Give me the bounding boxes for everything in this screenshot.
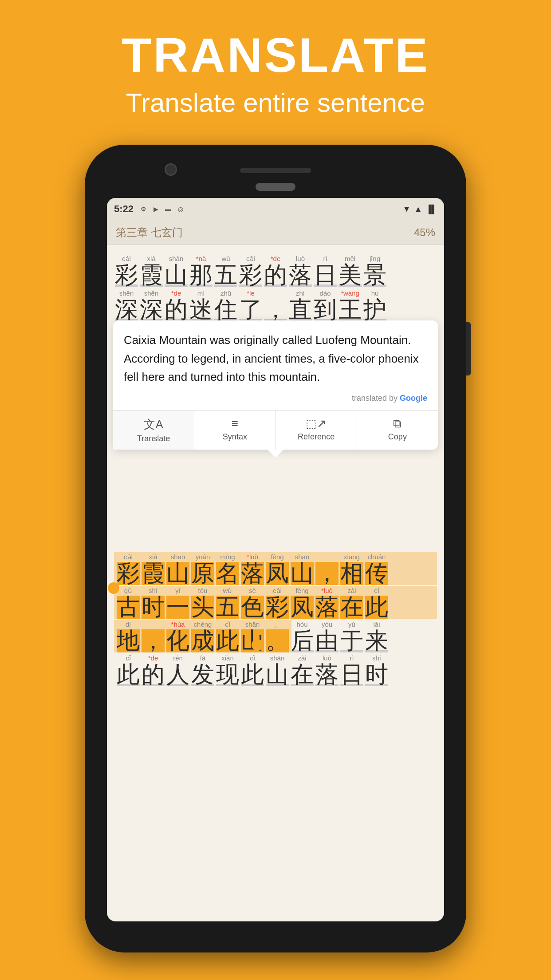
tab-copy-label: Copy <box>388 432 407 442</box>
google-brand: Google <box>400 394 427 403</box>
highlighted-row-3: dì地 ， *hùa化 chéng成 cǐ此 shān山 。。 hòu后 yóu… <box>114 620 437 652</box>
char-unit: luò落 <box>315 653 338 686</box>
phone-speaker <box>240 168 311 173</box>
phone-mockup: 5:22 ⚙ ▶ ▬ ◎ ▼ ▲ ▐▌ 第三章 七玄门 45% cǎi彩 xiá… <box>85 145 466 952</box>
char-unit: *de的 <box>264 254 287 287</box>
char-unit: cǎi彩 <box>239 254 262 287</box>
char-unit: shí时 <box>142 586 165 619</box>
translation-popup: Caixia Mountain was originally called Lu… <box>113 320 438 450</box>
char-unit: tóu头 <box>191 586 214 619</box>
char-unit: luò落 <box>289 254 312 287</box>
char-unit: xiàn现 <box>216 653 239 686</box>
reference-icon: ⬚↗ <box>306 417 327 431</box>
phone-power-button <box>466 322 471 375</box>
reader-content: cǎi彩 xiá霞 shān山 *nà那 wū五 cǎi彩 *de的 luò落 … <box>107 245 444 921</box>
char-unit: shān山 <box>291 552 314 585</box>
status-right-icons: ▼ ▲ ▐▌ <box>403 205 437 214</box>
char-unit: xiá霞 <box>140 254 163 287</box>
char-unit: *luò落 <box>241 552 264 585</box>
char-unit: zhí直 <box>289 288 312 321</box>
tab-syntax-label: Syntax <box>223 432 247 442</box>
chapter-header: 第三章 七玄门 45% <box>107 220 444 245</box>
char-unit: zài在 <box>291 653 314 686</box>
char-unit: shān山 <box>266 653 289 686</box>
subtitle: Translate entire sentence <box>126 87 425 118</box>
signal-icon: ▲ <box>414 205 422 214</box>
translation-text: Caixia Mountain was originally called Lu… <box>113 320 438 394</box>
char-unit: zài在 <box>340 586 363 619</box>
text-row-2: shēn深 shēn深 *de的 mí迷 zhū住 *le了 ， zhí直 dà… <box>114 288 437 321</box>
tab-copy[interactable]: ⧉ Copy <box>357 411 438 450</box>
char-unit: shān山 <box>165 254 188 287</box>
char-unit: rì日 <box>340 653 363 686</box>
phone-home-indicator <box>256 183 295 191</box>
char-unit: cǎi彩 <box>115 254 138 287</box>
chapter-title: 第三章 七玄门 <box>116 225 183 240</box>
tab-translate[interactable]: 文A Translate <box>113 411 194 450</box>
char-unit: zhū住 <box>214 288 237 321</box>
char-unit: fā发 <box>191 653 214 686</box>
char-unit: chuán传 <box>365 552 388 585</box>
char-unit: wū五 <box>214 254 237 287</box>
highlighted-row-1: cǎi彩 xiá霞 shān山 yuán原 míng名 *luò落 fèng凤 … <box>114 552 437 585</box>
char-unit: hòu后 <box>291 620 314 652</box>
char-unit: ， <box>142 620 165 652</box>
char-unit: lái来 <box>365 620 388 652</box>
phone-screen: 5:22 ⚙ ▶ ▬ ◎ ▼ ▲ ▐▌ 第三章 七玄门 45% cǎi彩 xiá… <box>107 198 444 921</box>
tab-reference-label: Reference <box>298 432 335 442</box>
syntax-icon: ≡ <box>232 417 238 431</box>
settings-icon: ⚙ <box>139 205 148 213</box>
status-bar: 5:22 ⚙ ▶ ▬ ◎ ▼ ▲ ▐▌ <box>107 198 444 220</box>
popup-arrow <box>268 450 283 458</box>
char-unit: shēn深 <box>115 288 138 321</box>
copy-icon: ⧉ <box>393 417 401 431</box>
char-unit: shēn深 <box>140 288 163 321</box>
char-unit: dào到 <box>314 288 337 321</box>
char-unit: *wáng王 <box>338 288 362 321</box>
char-unit: *luò落 <box>315 586 338 619</box>
char-unit: cǐ此 <box>365 586 388 619</box>
tab-translate-label: Translate <box>137 434 170 443</box>
char-unit: xiá霞 <box>142 552 165 585</box>
char-unit: cǐ此 <box>241 653 264 686</box>
char-unit: yóu由 <box>315 620 338 652</box>
play-icon: ▶ <box>151 205 160 213</box>
char-unit: mí迷 <box>189 288 213 321</box>
orange-dot-indicator <box>108 582 119 594</box>
char-unit: cǎi彩 <box>266 586 289 619</box>
char-unit: shān山 <box>166 552 189 585</box>
highlighted-row-2: gǔ古 shí时 yī一 tóu头 wǔ五 sè色 cǎi彩 fèng凤 *lu… <box>114 586 437 619</box>
chapter-progress: 45% <box>414 226 435 239</box>
top-header: TRANSLATE Translate entire sentence <box>0 0 551 136</box>
char-unit: míng名 <box>216 552 239 585</box>
char-unit: yuán原 <box>191 552 214 585</box>
text-row-final: cǐ此 *de的 rén人 fā发 xiàn现 cǐ此 shān山 zài在 l… <box>114 653 437 686</box>
char-unit: jǐng景 <box>363 254 386 287</box>
char-unit: fèng凤 <box>291 586 314 619</box>
char-unit: gǔ古 <box>117 586 140 619</box>
tab-reference[interactable]: ⬚↗ Reference <box>276 411 357 450</box>
char-unit: yú于 <box>340 620 363 652</box>
char-unit: *de的 <box>165 288 188 321</box>
phone-camera <box>165 163 177 176</box>
char-unit: *le了 <box>239 288 262 321</box>
char-unit: xiāng相 <box>340 552 363 585</box>
char-unit: cǎi彩 <box>117 552 140 585</box>
main-title: TRANSLATE <box>122 27 429 83</box>
char-unit: ， <box>315 552 338 585</box>
status-time: 5:22 <box>114 203 134 215</box>
wifi-icon: ▼ <box>403 205 411 214</box>
char-unit: ， <box>264 288 287 321</box>
highlighted-section: cǎi彩 xiá霞 shān山 yuán原 míng名 *luò落 fèng凤 … <box>114 552 437 686</box>
char-unit: yī一 <box>166 586 189 619</box>
char-unit: *nà那 <box>189 254 213 287</box>
circle-icon: ◎ <box>176 205 185 213</box>
char-unit: rén人 <box>166 653 189 686</box>
text-row-1: cǎi彩 xiá霞 shān山 *nà那 wū五 cǎi彩 *de的 luò落 … <box>114 254 437 287</box>
char-unit: dì地 <box>117 620 140 652</box>
translate-icon: 文A <box>144 417 163 432</box>
char-unit: 。。 <box>266 620 289 652</box>
orange-dot-indicator-bottom <box>252 639 263 651</box>
char-unit: hù护 <box>363 288 386 321</box>
tab-syntax[interactable]: ≡ Syntax <box>194 411 276 450</box>
